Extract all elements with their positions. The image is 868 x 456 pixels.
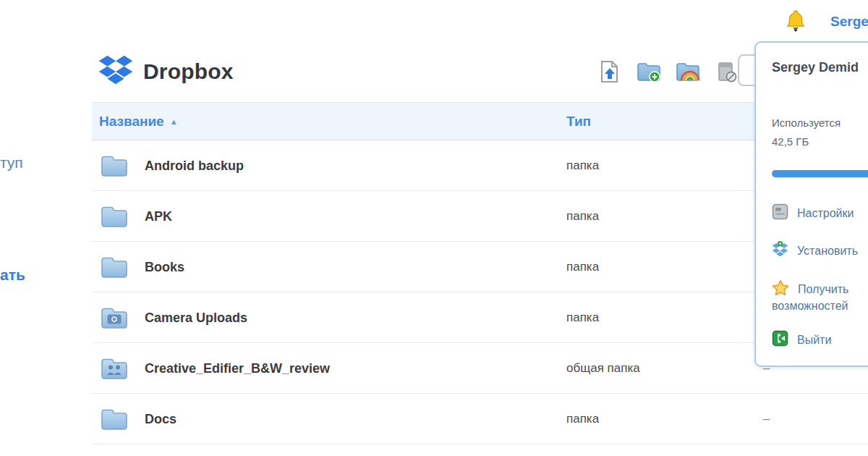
file-type: папка xyxy=(566,394,599,444)
file-modified: – xyxy=(763,394,770,444)
photos-folder-icon[interactable] xyxy=(676,59,700,84)
menu-item-label: Установить xyxy=(797,245,858,258)
user-account-link[interactable]: Sergey xyxy=(830,14,868,30)
storage-total-label: 42,5 ГБ xyxy=(772,135,809,148)
folder-icon xyxy=(101,256,128,282)
settings-icon xyxy=(772,203,788,223)
file-type: общая папка xyxy=(566,343,640,394)
table-row[interactable]: Books папка – xyxy=(92,242,868,292)
file-name: Books xyxy=(145,242,184,292)
dropbox-glyph-icon xyxy=(98,54,133,89)
upload-file-icon[interactable] xyxy=(597,59,622,84)
account-display-name: Sergey Demid xyxy=(772,60,859,75)
camera-folder-icon xyxy=(101,306,128,332)
folder-icon xyxy=(101,205,128,231)
file-name: Creative_Edifier_B&W_review xyxy=(145,343,330,394)
sidebar-link-fragment[interactable]: туп xyxy=(0,154,23,172)
storage-usage-label: Используется xyxy=(772,117,841,129)
notification-bell-icon[interactable] xyxy=(785,9,807,33)
folder-icon xyxy=(101,408,128,434)
menu-item-settings[interactable]: Настройки xyxy=(772,203,854,223)
menu-item-label: Настройки xyxy=(797,207,854,220)
column-header-type[interactable]: Тип xyxy=(566,103,591,140)
table-row[interactable]: Docs папка – xyxy=(92,394,868,444)
file-actions-toolbar xyxy=(597,59,739,84)
file-table: Название▲ Тип Android backup папка – APK… xyxy=(92,102,868,444)
file-type: папка xyxy=(566,242,599,292)
menu-item-upgrade-line2[interactable]: возможностей xyxy=(772,300,848,313)
logo-wordmark: Dropbox xyxy=(143,59,234,84)
sign-out-icon xyxy=(772,330,788,350)
file-name: Android backup xyxy=(145,140,244,191)
sidebar-link-fragment[interactable]: ать xyxy=(0,266,25,284)
menu-item-label: Выйти xyxy=(797,334,831,347)
table-row[interactable]: Camera Uploads папка – xyxy=(92,292,868,343)
table-row[interactable]: Android backup папка – xyxy=(92,140,868,191)
table-row[interactable]: Creative_Edifier_B&W_review общая папка … xyxy=(92,343,868,394)
table-row[interactable]: APK папка – xyxy=(92,191,868,242)
deleted-files-icon[interactable] xyxy=(715,59,739,84)
star-upgrade-icon xyxy=(772,279,789,299)
menu-item-upgrade[interactable]: Получить xyxy=(772,279,848,299)
file-name: Camera Uploads xyxy=(145,292,247,343)
folder-icon xyxy=(101,154,128,180)
account-dropdown-panel: Sergey Demid Используется 42,5 ГБ Настро… xyxy=(754,41,868,367)
file-name: APK xyxy=(145,191,172,242)
sort-asc-icon: ▲ xyxy=(170,117,178,126)
file-type: папка xyxy=(566,140,599,191)
storage-progress-bar xyxy=(772,170,868,177)
file-type: папка xyxy=(566,191,599,242)
dropbox-logo[interactable]: Dropbox xyxy=(98,54,234,89)
menu-item-install[interactable]: Установить xyxy=(772,241,858,261)
install-dropbox-icon xyxy=(772,241,788,261)
menu-item-label: Получить xyxy=(798,283,848,296)
new-folder-icon[interactable] xyxy=(637,59,661,84)
menu-item-sign-out[interactable]: Выйти xyxy=(772,330,831,350)
file-name: Docs xyxy=(145,394,176,444)
file-type: папка xyxy=(566,292,599,343)
table-header: Название▲ Тип xyxy=(92,102,868,140)
dropbox-page: { "topbar": { "user_link": "Sergey", "be… xyxy=(0,0,868,456)
shared-folder-icon xyxy=(101,357,128,383)
column-header-name[interactable]: Название▲ xyxy=(99,103,178,140)
